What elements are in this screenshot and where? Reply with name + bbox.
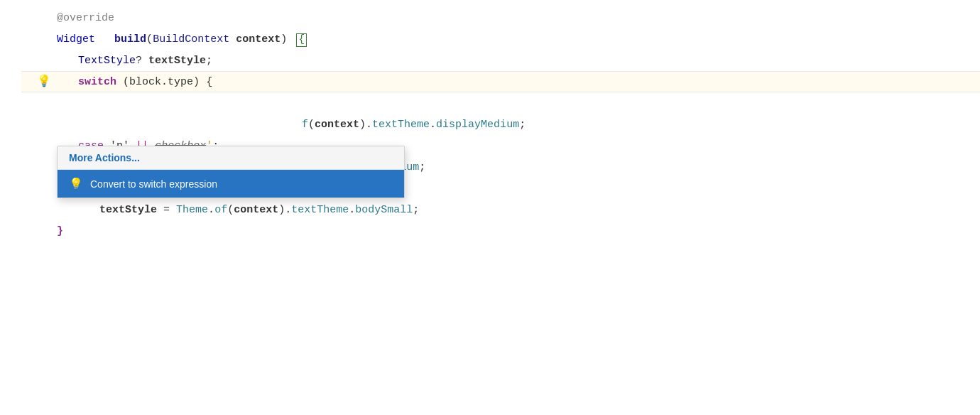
token-of3: of [214, 204, 227, 216]
token-type-prop: type [168, 76, 193, 88]
annotation-override: @override [57, 12, 114, 24]
token-theme3: Theme [176, 204, 208, 216]
token-textstyle: TextStyle [78, 55, 136, 67]
code-line-3: TextStyle? textStyle; [21, 50, 980, 71]
code-line-10: textStyle = Theme.of(context).textTheme.… [21, 199, 980, 220]
context-menu: More Actions... 💡 Convert to switch expr… [57, 146, 405, 198]
code-editor: @override Widget build(BuildContext cont… [0, 0, 980, 415]
convert-switch-bulb-icon: 💡 [69, 177, 83, 190]
token-open-brace: { [296, 33, 307, 47]
token-f: f [302, 119, 308, 131]
token-texttheme3: textTheme [291, 204, 349, 216]
token-build-method: build [114, 33, 146, 45]
code-area: @override Widget build(BuildContext cont… [0, 0, 980, 249]
code-line-11: } [21, 220, 980, 242]
token-close-switch: } [57, 225, 63, 237]
bulb-icon[interactable]: 💡 [37, 71, 51, 92]
code-line-1: @override [21, 7, 980, 28]
code-line-5 [21, 92, 980, 114]
code-line-4: 💡 switch (block.type) { [21, 71, 980, 92]
token-textstyle-var: textStyle [148, 55, 206, 67]
line-divider-top [21, 71, 980, 72]
token-switch: switch [78, 76, 116, 88]
convert-switch-label: Convert to switch expression [90, 178, 217, 190]
token-textstyle-eq2: textStyle [99, 204, 157, 216]
token-texttheme-display: textTheme [372, 119, 430, 131]
gutter-4: 💡 [21, 71, 57, 92]
token-bodysmall: bodySmall [355, 204, 413, 216]
context-menu-item-convert-switch[interactable]: 💡 Convert to switch expression [58, 170, 404, 198]
token-widget-type: Widget [57, 33, 95, 45]
token-block: block [129, 76, 161, 88]
code-line-6: f(context).textTheme.displayMedium; [21, 114, 980, 135]
token-displaymedium: displayMedium [436, 119, 519, 131]
context-menu-more-actions[interactable]: More Actions... [58, 146, 404, 170]
code-line-2: Widget build(BuildContext context) { [21, 28, 980, 50]
